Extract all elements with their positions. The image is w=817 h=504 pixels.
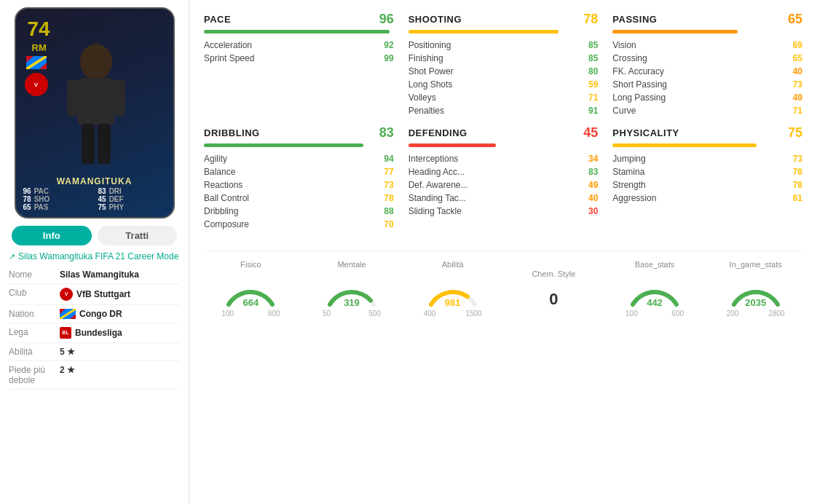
card-stat-dri-val: 83 xyxy=(98,187,106,195)
gauge-mentale-range: 50 500 xyxy=(323,310,381,318)
defending-stats: Interceptions 34 Heading Acc... 83 Def. … xyxy=(408,153,599,217)
external-link-icon: ↗ xyxy=(9,252,15,261)
career-mode-link[interactable]: ↗ Silas Wamangituka FIFA 21 Career Mode xyxy=(0,251,189,261)
gauge-fisico-range: 100 800 xyxy=(221,310,280,318)
gauge-abilita: Abilità 981 400 1500 xyxy=(406,260,500,318)
label-lega: Lega xyxy=(9,327,60,337)
tab-tratti[interactable]: Tratti xyxy=(98,226,178,245)
card-flag xyxy=(26,56,47,69)
stat-volleys: Volleys 71 xyxy=(408,92,599,103)
card-position: RM xyxy=(32,42,47,53)
gauge-abilita-range: 400 1500 xyxy=(424,310,482,318)
stat-standing-tac: Standing Tac... 40 xyxy=(408,192,599,204)
card-stats: 96 PAC 83 DRI 78 SHO 45 DEF 65 PAS 75 PH… xyxy=(23,187,166,211)
category-passing-header: PASSING 65 xyxy=(612,12,802,27)
player-card: 74 RM V WAMANGITUKA 96 xyxy=(15,7,175,218)
card-stat-sho-val: 78 xyxy=(23,195,31,203)
stat-positioning: Positioning 85 xyxy=(408,39,599,51)
gauge-fisico-label: Fisico xyxy=(240,260,261,269)
defending-value: 45 xyxy=(583,125,598,141)
pace-label: PACE xyxy=(204,14,231,25)
gauge-base-stats-label: Base_stats xyxy=(635,260,674,269)
pace-bar xyxy=(204,30,390,34)
gauge-mentale-value: 319 xyxy=(323,297,381,308)
category-shooting: SHOOTING 78 Positioning 85 Finishing 85 … xyxy=(408,12,599,117)
pace-stats: Acceleration 92 Sprint Speed 99 xyxy=(204,39,394,64)
physicality-bar xyxy=(612,143,757,147)
stat-interceptions: Interceptions 34 xyxy=(408,153,599,165)
svg-rect-7 xyxy=(113,80,125,117)
stat-dribbling: Dribbling 88 xyxy=(204,205,394,217)
gauge-ingame-stats-label: In_game_stats xyxy=(730,260,782,269)
card-stat-pas: 65 PAS xyxy=(23,203,91,211)
gauge-base-stats: Base_stats 442 100 600 xyxy=(608,260,702,318)
value-nation: Congo DR xyxy=(60,309,122,319)
info-row-lega: Lega BL Bundesliga xyxy=(9,323,180,343)
right-panel: PACE 96 Acceleration 92 Sprint Speed 99 … xyxy=(189,0,817,504)
svg-rect-6 xyxy=(67,80,79,117)
label-piede: Piede più debole xyxy=(9,365,60,385)
stat-strength: Strength 78 xyxy=(612,179,802,191)
info-row-nome: Nome Silas Wamangituka xyxy=(9,266,180,284)
shooting-value: 78 xyxy=(583,12,598,27)
gauge-base-stats-container: 442 xyxy=(625,272,684,308)
gauge-mentale: Mentale 319 50 500 xyxy=(305,260,399,318)
chem-style-item: Chem. Style 0 xyxy=(507,269,601,318)
card-rating: 74 xyxy=(28,19,50,39)
gauge-mentale-label: Mentale xyxy=(337,260,366,269)
category-pace: PACE 96 Acceleration 92 Sprint Speed 99 xyxy=(204,12,394,117)
player-image xyxy=(52,40,169,168)
category-physicality: PHYSICALITY 75 Jumping 73 Stamina 78 Str… xyxy=(612,125,802,230)
gauge-ingame-stats-range: 200 2800 xyxy=(727,310,785,318)
passing-value: 65 xyxy=(788,12,802,27)
stat-short-passing: Short Passing 73 xyxy=(612,79,802,90)
category-physicality-header: PHYSICALITY 75 xyxy=(612,125,802,141)
card-stat-phy-val: 75 xyxy=(98,203,106,211)
physicality-value: 75 xyxy=(788,125,802,141)
bottom-stats: Fisico 664 100 800 Mentale 319 xyxy=(204,251,802,318)
dribbling-stats: Agility 94 Balance 77 Reactions 73 Ball … xyxy=(204,153,394,230)
gauge-ingame-stats-value: 2035 xyxy=(727,297,785,308)
tab-info[interactable]: Info xyxy=(12,226,92,245)
dribbling-label: DRIBBLING xyxy=(204,127,260,138)
stats-grid: PACE 96 Acceleration 92 Sprint Speed 99 … xyxy=(204,12,802,239)
value-piede: 2 ★ xyxy=(60,365,75,375)
stat-ball-control: Ball Control 78 xyxy=(204,192,394,204)
league-badge: BL xyxy=(60,327,71,339)
svg-point-4 xyxy=(80,44,112,80)
stat-acceleration: Acceleration 92 xyxy=(204,39,394,51)
gauge-fisico-value: 664 xyxy=(221,297,280,308)
card-stat-def-val: 45 xyxy=(98,195,106,203)
info-row-club: Club V VfB Stuttgart xyxy=(9,284,180,305)
passing-bar xyxy=(612,30,738,34)
physicality-stats: Jumping 73 Stamina 78 Strength 78 Aggres… xyxy=(612,153,802,204)
pace-value: 96 xyxy=(379,12,394,27)
dribbling-value: 83 xyxy=(379,125,394,141)
gauge-abilita-label: Abilità xyxy=(442,260,464,269)
category-defending: DEFENDING 45 Interceptions 34 Heading Ac… xyxy=(408,125,599,230)
card-club-badge: V xyxy=(25,73,48,96)
card-stat-dri: 83 DRI xyxy=(98,187,166,195)
passing-stats: Vision 69 Crossing 65 FK. Accuracy 40 Sh… xyxy=(612,39,802,117)
card-player-name: WAMANGITUKA xyxy=(16,176,173,186)
chem-style-label: Chem. Style xyxy=(532,269,575,278)
label-club: Club xyxy=(9,288,60,298)
label-nation: Nation xyxy=(9,309,60,319)
shooting-bar xyxy=(408,30,559,34)
nation-flag xyxy=(60,309,76,319)
left-panel: 74 RM V WAMANGITUKA 96 xyxy=(0,0,189,504)
svg-rect-9 xyxy=(98,124,111,164)
card-stat-phy: 75 PHY xyxy=(98,203,166,211)
stat-def-awareness: Def. Awarene... 49 xyxy=(408,179,599,191)
label-nome: Nome xyxy=(9,269,60,280)
card-stat-pas-val: 65 xyxy=(23,203,31,211)
stat-reactions: Reactions 73 xyxy=(204,179,394,191)
card-stat-sho: 78 SHO xyxy=(23,195,91,203)
club-badge: V xyxy=(60,288,73,301)
shooting-label: SHOOTING xyxy=(408,14,462,25)
gauge-base-stats-range: 100 600 xyxy=(625,310,684,318)
stat-heading-acc: Heading Acc... 83 xyxy=(408,166,599,178)
svg-rect-8 xyxy=(82,124,95,164)
value-club: V VfB Stuttgart xyxy=(60,288,130,301)
card-stat-def: 45 DEF xyxy=(98,195,166,203)
